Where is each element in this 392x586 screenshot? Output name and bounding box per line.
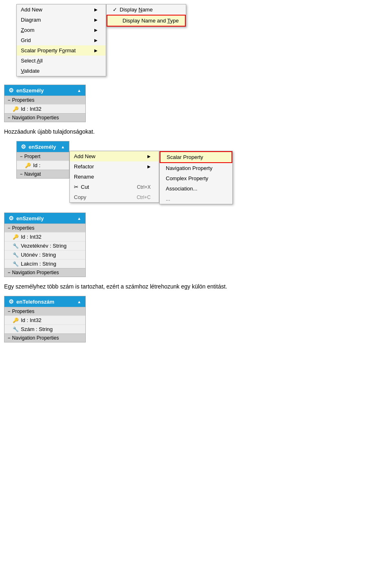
key-icon-4: 🔑: [13, 318, 19, 323]
minus-icon: −: [8, 98, 10, 103]
section2-card-wrapper: ⚙ enSzemély ▲ − Propert 🔑 Id : − Navigat: [16, 141, 69, 179]
cut-shortcut: Ctrl+X: [137, 184, 151, 190]
menu-item-validate[interactable]: Validate: [17, 66, 106, 76]
gear-icon-4: ⚙: [9, 298, 14, 305]
menu-item-zoom-label: Zoom: [21, 27, 34, 33]
entity-header-1: ⚙ enSzemély ▲: [4, 85, 85, 96]
menu-item-select-all-label: Select All: [21, 58, 42, 64]
nav-properties-section-header-3: − Navigation Properties: [4, 268, 85, 277]
minus-icon-4: −: [8, 309, 10, 314]
minus-icon-nav-3: −: [8, 270, 10, 275]
properties-label-3: Properties: [12, 225, 34, 231]
properties-section-header-4: − Properties: [4, 307, 85, 315]
properties-section-header-1: − Properties: [4, 96, 85, 104]
arrow-icon-3: ▶: [147, 164, 151, 169]
minus-icon-3: −: [8, 226, 10, 230]
entity-header-4: ⚙ enTelefonszám ▲: [4, 296, 85, 307]
properties-label-2: Propert: [24, 154, 40, 159]
entity-card-enSzemely-3: ⚙ enSzemély ▲ − Properties 🔑 Id : Int32 …: [4, 212, 86, 277]
entity-title-3: enSzemély: [16, 215, 44, 221]
row-lakcim-text: Lakcím : String: [21, 261, 56, 267]
submenu-navigation-property[interactable]: Navigation Property: [160, 163, 232, 173]
menu-item-add-new[interactable]: Add New ▶: [17, 4, 106, 15]
menu-item-select-all[interactable]: Select All: [17, 56, 106, 66]
menu-item-add-new-label: Add New: [21, 7, 42, 13]
cut-label: Cut: [81, 184, 89, 190]
arrow-icon: ▶: [94, 18, 98, 22]
minus-icon-nav: −: [8, 115, 10, 120]
menu2-add-new-label: Add New: [74, 153, 96, 159]
submenu-complex-label: Complex Property: [166, 175, 208, 181]
key-icon-3: 🔑: [13, 234, 19, 240]
menu2-item-rename[interactable]: Rename: [70, 172, 159, 182]
menu2-item-add-new[interactable]: Add New ▶: [70, 151, 159, 161]
submenu-display-name[interactable]: ✓ Display Name: [107, 4, 186, 15]
entity-title-4: enTelefonszám: [16, 299, 54, 305]
arrow-icon: ▶: [94, 38, 98, 42]
row-utonev: 🔧 Utónév : String: [4, 250, 85, 259]
row-id-1: 🔑 Id : Int32: [4, 104, 85, 113]
entity-title-1: enSzemély: [16, 87, 44, 94]
submenu-display-name-label: Display Name: [120, 7, 153, 13]
row-utonev-text: Utónév : String: [21, 252, 56, 258]
header-left-2: ⚙ enSzemély: [21, 143, 56, 150]
context-menu-container: Add New ▶ Diagram ▶ Zoom ▶ Grid ▶ Scalar…: [16, 4, 392, 76]
row-szam: 🔧 Szám : String: [4, 324, 85, 333]
menu-item-diagram[interactable]: Diagram ▶: [17, 15, 106, 25]
menu-item-scalar-format-label: Scalar Property Format: [21, 47, 76, 54]
card3-section: ⚙ enTelefonszám ▲ − Properties 🔑 Id : In…: [4, 296, 392, 342]
scalar-icon-4: 🔧: [13, 327, 19, 332]
arrow-icon-2: ▶: [147, 154, 151, 159]
properties-label-1: Properties: [12, 97, 34, 103]
properties-section-header-3: − Properties: [4, 224, 85, 232]
properties-label-4: Properties: [12, 309, 34, 314]
menu2-refactor-label: Refactor: [74, 163, 94, 170]
chevron-up-icon-4[interactable]: ▲: [77, 300, 81, 304]
nav-properties-section-header-1: − Navigation Properties: [4, 113, 85, 122]
menu-item-validate-label: Validate: [21, 68, 40, 74]
menu-item-grid[interactable]: Grid ▶: [17, 35, 106, 45]
chevron-up-icon[interactable]: ▲: [77, 88, 81, 93]
entity-card-enTelefonszam: ⚙ enTelefonszám ▲ − Properties 🔑 Id : In…: [4, 296, 86, 342]
arrow-icon: ▶: [94, 48, 98, 53]
scalar-icon-2: 🔧: [13, 252, 19, 258]
gear-icon: ⚙: [9, 87, 14, 94]
arrow-icon: ▶: [94, 7, 98, 12]
row-id-text-2: Id :: [33, 162, 40, 168]
section1-context-menu-area: Add New ▶ Diagram ▶ Zoom ▶ Grid ▶ Scalar…: [16, 4, 392, 76]
prose-text-2: Egy személyhez több szám is tartozhat, e…: [4, 283, 388, 290]
nav-section-header-2: − Navigat: [17, 170, 69, 178]
menu-item-zoom[interactable]: Zoom ▶: [17, 25, 106, 35]
menu-item-scalar-format[interactable]: Scalar Property Format ▶: [17, 45, 106, 56]
gear-icon-3: ⚙: [9, 215, 14, 221]
menu2-rename-label: Rename: [74, 174, 94, 180]
submenu-more[interactable]: ...: [160, 194, 232, 204]
chevron-up-icon-3[interactable]: ▲: [77, 216, 81, 221]
submenu-display-name-type[interactable]: Display Name and Type: [107, 15, 186, 27]
submenu-scalar-property[interactable]: Scalar Property: [160, 151, 232, 163]
nav-properties-label-4: Navigation Properties: [12, 335, 59, 341]
submenu-display-name-type-label: Display Name and Type: [122, 18, 179, 24]
submenu-association[interactable]: Association...: [160, 183, 232, 194]
scalar-icon-1: 🔧: [13, 243, 19, 249]
menu2-item-cut[interactable]: ✂ Cut Ctrl+X: [70, 182, 159, 192]
menu-item-diagram-label: Diagram: [21, 17, 41, 23]
entity-header-3: ⚙ enSzemély ▲: [4, 213, 85, 224]
chevron-up-icon-2[interactable]: ▲: [61, 145, 65, 149]
row-id-text-4: Id : Int32: [21, 317, 42, 323]
menu2-item-copy[interactable]: Copy Ctrl+C: [70, 192, 159, 202]
header-left-1: ⚙ enSzemély: [9, 87, 44, 94]
row-id-3: 🔑 Id : Int32: [4, 232, 85, 241]
scalar-format-submenu: ✓ Display Name Display Name and Type: [106, 4, 186, 27]
section2-layout: ⚙ enSzemély ▲ − Propert 🔑 Id : − Navigat: [16, 141, 392, 204]
entity-title-2: enSzemély: [29, 144, 56, 150]
row-vezetéknev: 🔧 Vezetéknév : String: [4, 241, 85, 250]
minus-icon-nav-4: −: [8, 335, 10, 340]
row-vezetéknev-text: Vezetéknév : String: [21, 243, 67, 249]
copy-shortcut: Ctrl+C: [137, 195, 151, 200]
add-new-submenu: Scalar Property Navigation Property Comp…: [159, 151, 233, 204]
submenu-complex-property[interactable]: Complex Property: [160, 173, 232, 183]
key-icon-2: 🔑: [25, 163, 31, 168]
gear-icon-2: ⚙: [21, 143, 26, 150]
menu2-item-refactor[interactable]: Refactor ▶: [70, 161, 159, 172]
